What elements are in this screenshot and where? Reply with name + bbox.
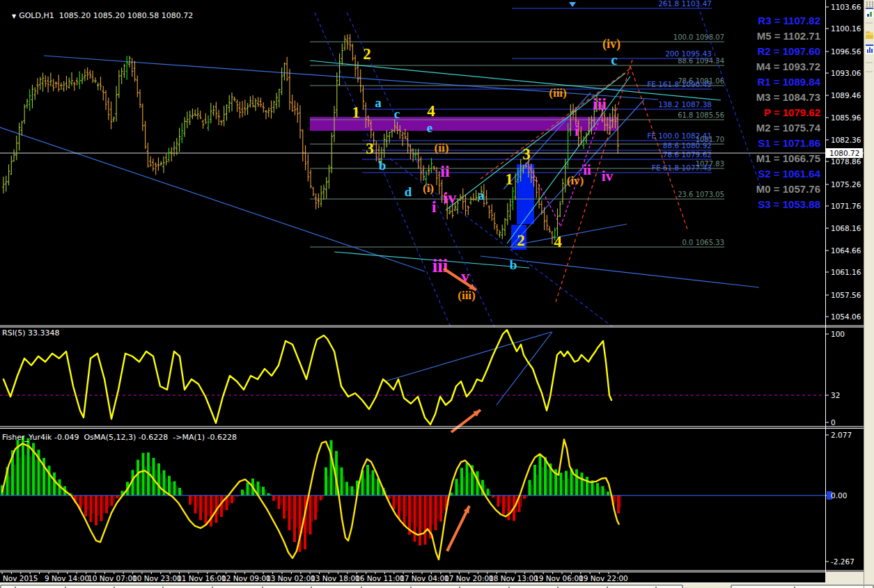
- osma-bar-dark: [348, 486, 350, 495]
- wave-label[interactable]: 1: [352, 104, 360, 121]
- fib-label-blue: FE 61.8 1077.43: [652, 164, 712, 172]
- wave-label[interactable]: iv: [444, 189, 457, 207]
- osma-bar: [95, 495, 97, 525]
- osma-bar-dark: [568, 479, 569, 495]
- osma-bar: [84, 495, 87, 516]
- axis-tick-label: 1075.26: [831, 180, 861, 189]
- wave-label[interactable]: ii: [440, 162, 450, 180]
- fib-label-blue: 138.2 1087.38: [658, 100, 712, 109]
- time-label: 12 Nov 09:00: [221, 574, 271, 582]
- wave-label[interactable]: i: [575, 122, 579, 139]
- grip-dots-icon: [866, 6, 868, 7]
- wave-label[interactable]: (iv): [602, 37, 621, 51]
- axis-tick-label: 1089.46: [831, 91, 861, 100]
- wave-label[interactable]: (i): [423, 182, 434, 195]
- osma-bar: [241, 490, 244, 495]
- osma-bar: [194, 495, 197, 514]
- rect: [870, 12, 872, 17]
- osma-bar: [168, 476, 171, 495]
- osma-bar: [189, 495, 192, 504]
- wave-label[interactable]: 4: [427, 102, 435, 120]
- wave-label[interactable]: a: [478, 188, 485, 202]
- pivot-level-label: M5 = 1102.71: [757, 30, 820, 42]
- wave-label[interactable]: 3: [522, 145, 531, 163]
- collapse-triangle-icon[interactable]: ▼: [12, 13, 16, 19]
- osma-bar: [314, 495, 317, 520]
- wave-label[interactable]: (iii): [458, 289, 476, 302]
- wave-label[interactable]: (iv): [567, 174, 584, 187]
- wave-label[interactable]: 4: [554, 233, 562, 251]
- new-chart-icon[interactable]: [866, 8, 873, 17]
- osma-bar-dark: [286, 495, 287, 511]
- wave-label[interactable]: (iii): [549, 86, 567, 100]
- fib-label-blue: FE 161.8 1090.45: [647, 80, 712, 88]
- wave-label[interactable]: iii: [593, 95, 607, 113]
- osma-bar-dark: [291, 495, 292, 519]
- osma-bar-dark: [578, 477, 579, 495]
- trading-terminal-window: 100.0 1098.0788.6 1094.3478.6 1091.0661.…: [0, 0, 874, 588]
- osma-bar: [199, 495, 202, 521]
- wave-label[interactable]: 3: [366, 140, 374, 157]
- wave-label[interactable]: 2: [363, 45, 371, 63]
- wave-label[interactable]: c: [394, 106, 400, 121]
- osma-bar-dark: [192, 495, 193, 502]
- fib-label-blue: 200 1095.43: [665, 49, 712, 58]
- time-label: 13 Nov 02:00: [266, 574, 315, 582]
- chart-canvas[interactable]: 100.0 1098.0788.6 1094.3478.6 1091.0661.…: [0, 0, 874, 588]
- osma-bar-dark: [296, 495, 297, 527]
- fisher-indicator-title: Fisher_Yur4ik -0.049 OsMA(5,12,3) -0.622…: [2, 433, 237, 442]
- wave-label[interactable]: a: [375, 95, 382, 110]
- lower-window-top: [1, 585, 682, 588]
- osma-bar-dark: [14, 465, 15, 495]
- osma-bar-dark: [615, 495, 616, 502]
- osma-bar-dark: [93, 495, 94, 514]
- wave-label[interactable]: (ii): [435, 141, 449, 154]
- osma-bar-dark: [35, 460, 36, 495]
- osma-bar: [157, 463, 160, 495]
- pivot-level-label: R1 = 1089.84: [758, 76, 821, 88]
- osma-bar: [178, 488, 181, 495]
- osma-bar: [288, 495, 291, 530]
- wave-label[interactable]: i: [432, 198, 437, 216]
- wave-label[interactable]: c: [611, 51, 617, 68]
- osma-bar: [100, 495, 103, 521]
- osma-bar: [341, 468, 343, 495]
- osma-bar-dark: [82, 495, 84, 505]
- wave-label[interactable]: e: [427, 120, 432, 135]
- pivot-level-label: R3 = 1107.82: [758, 15, 820, 26]
- wave-label[interactable]: b: [379, 158, 387, 173]
- osma-bar-dark: [500, 495, 501, 503]
- osma-bar-dark: [463, 477, 465, 495]
- axis-tick-label: 1100.16: [831, 24, 861, 33]
- osma-bar-dark: [557, 477, 559, 495]
- osma-bar: [272, 495, 275, 501]
- osma-bar: [262, 486, 265, 495]
- wave-label[interactable]: iii: [432, 255, 448, 276]
- osma-bar-dark: [469, 473, 470, 495]
- osma-bar-dark: [490, 491, 491, 495]
- wave-label[interactable]: 1: [505, 170, 513, 188]
- wave-label[interactable]: ii: [583, 161, 591, 178]
- wave-label[interactable]: iv: [602, 168, 614, 184]
- time-axis[interactable]: Nov 20159 Nov 14:0010 Nov 07:0010 Nov 23…: [2, 572, 628, 582]
- osma-bar: [111, 495, 114, 506]
- osma-bar: [523, 495, 526, 499]
- osma-bar: [602, 486, 604, 495]
- osma-bar-dark: [343, 477, 345, 495]
- osma-bar-dark: [61, 484, 63, 495]
- osma-bar-dark: [432, 495, 433, 525]
- osma-bar: [419, 495, 421, 546]
- folder-icon[interactable]: [866, 33, 873, 39]
- fisher-axis-label: 0.00: [831, 491, 847, 500]
- osma-bar-dark: [442, 495, 444, 514]
- wave-label[interactable]: d: [405, 184, 412, 199]
- osma-bar-dark: [97, 495, 99, 516]
- wave-label[interactable]: b: [510, 257, 517, 272]
- osma-bar: [502, 495, 505, 514]
- osma-bar: [544, 457, 547, 495]
- wave-label[interactable]: 2: [517, 232, 525, 249]
- time-label: 19 Nov 22:00: [579, 574, 628, 582]
- axis-tick-label: 1061.16: [831, 268, 861, 276]
- osma-bar: [116, 495, 118, 498]
- osma-bar-dark: [40, 464, 42, 495]
